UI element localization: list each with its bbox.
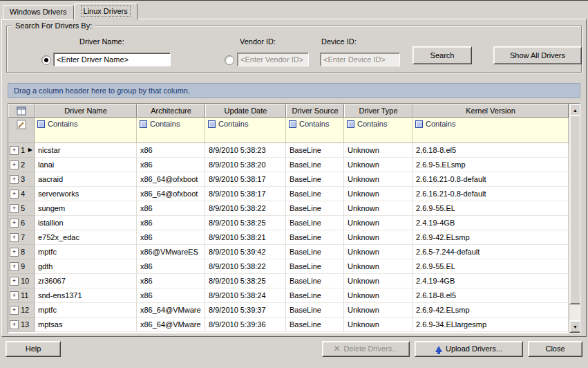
cell-driver-type[interactable]: Unknown: [344, 245, 412, 259]
cell-driver-type[interactable]: Unknown: [344, 172, 412, 187]
driver-name-input[interactable]: [53, 53, 171, 66]
cell-driver-type[interactable]: Unknown: [344, 303, 412, 318]
row-gutter[interactable]: +13: [8, 318, 35, 332]
row-gutter[interactable]: +7: [8, 230, 35, 245]
expand-icon[interactable]: +: [10, 160, 19, 169]
cell-driver-source[interactable]: BaseLine: [286, 216, 344, 230]
close-button[interactable]: Close: [528, 341, 582, 357]
table-row[interactable]: +7e752x_edacx868/9/2010 5:38:21BaseLineU…: [8, 230, 569, 245]
cell-kernel-version[interactable]: 2.6.18-8.el5: [412, 143, 569, 158]
cell-kernel-version[interactable]: 2.6.9-42.ELsmp: [412, 230, 569, 245]
cell-update-date[interactable]: 8/9/2010 5:39:42: [205, 245, 286, 259]
column-header-driver-name[interactable]: Driver Name: [35, 104, 137, 118]
cell-driver-source[interactable]: BaseLine: [286, 172, 344, 187]
table-row[interactable]: +10zr36067x868/9/2010 5:38:25BaseLineUnk…: [8, 274, 569, 288]
expand-icon[interactable]: +: [10, 204, 19, 213]
cell-kernel-version[interactable]: 2.6.9-55.EL: [412, 259, 569, 274]
cell-architecture[interactable]: x86: [137, 216, 205, 230]
cell-driver-name[interactable]: mptsas: [35, 318, 137, 332]
cell-architecture[interactable]: x86: [137, 201, 205, 216]
column-header-kernel-version[interactable]: Kernel Version: [412, 104, 569, 118]
cell-update-date[interactable]: 8/9/2010 5:38:22: [205, 259, 286, 274]
expand-icon[interactable]: +: [10, 320, 19, 329]
cell-driver-type[interactable]: Unknown: [344, 274, 412, 288]
cell-driver-type[interactable]: Unknown: [344, 318, 412, 332]
cell-architecture[interactable]: x86: [137, 143, 205, 158]
table-row[interactable]: +9gdthx868/9/2010 5:38:22BaseLineUnknown…: [8, 259, 569, 274]
cell-driver-source[interactable]: BaseLine: [286, 158, 344, 172]
cell-driver-source[interactable]: BaseLine: [286, 318, 344, 332]
cell-driver-type[interactable]: Unknown: [344, 158, 412, 172]
cell-update-date[interactable]: 8/9/2010 5:39:37: [205, 303, 286, 318]
cell-update-date[interactable]: 8/9/2010 5:38:25: [205, 216, 286, 230]
cell-driver-source[interactable]: BaseLine: [286, 245, 344, 259]
row-gutter[interactable]: +6: [8, 216, 35, 230]
cell-driver-name[interactable]: nicstar: [35, 143, 137, 158]
row-gutter[interactable]: +1▶: [8, 143, 35, 158]
cell-driver-name[interactable]: snd-ens1371: [35, 288, 137, 303]
vendor-id-radio[interactable]: [225, 55, 234, 65]
cell-driver-source[interactable]: BaseLine: [286, 274, 344, 288]
cell-kernel-version[interactable]: 2.6.16.21-0.8-default: [412, 172, 569, 187]
group-by-panel[interactable]: Drag a column header here to group by th…: [8, 83, 580, 98]
cell-driver-source[interactable]: BaseLine: [286, 187, 344, 201]
filter-cell-architecture[interactable]: Contains: [137, 118, 205, 142]
cell-driver-source[interactable]: BaseLine: [286, 303, 344, 318]
cell-kernel-version[interactable]: 2.6.18-8.el5: [412, 288, 569, 303]
column-header-driver-type[interactable]: Driver Type: [344, 104, 412, 118]
cell-update-date[interactable]: 8/9/2010 5:38:25: [205, 274, 286, 288]
expand-icon[interactable]: +: [10, 248, 19, 257]
row-gutter[interactable]: +9: [8, 259, 35, 274]
row-gutter[interactable]: +11: [8, 288, 35, 303]
expand-icon[interactable]: +: [10, 219, 19, 228]
expand-icon[interactable]: +: [10, 291, 19, 300]
cell-architecture[interactable]: x86_64@ofxboot: [137, 172, 205, 187]
help-button[interactable]: Help: [6, 341, 61, 357]
tab-linux-drivers[interactable]: Linux Drivers: [74, 3, 137, 20]
filter-condition-icon[interactable]: [415, 120, 423, 128]
table-row[interactable]: +11snd-ens1371x868/9/2010 5:38:24BaseLin…: [8, 288, 569, 303]
row-gutter[interactable]: +12: [8, 303, 35, 318]
cell-kernel-version[interactable]: 2.4.19-4GB: [412, 216, 569, 230]
row-gutter[interactable]: +3: [8, 172, 35, 187]
cell-driver-type[interactable]: Unknown: [344, 259, 412, 274]
cell-driver-type[interactable]: Unknown: [344, 288, 412, 303]
table-row[interactable]: +8mptfcx86@VMwareES8/9/2010 5:39:42BaseL…: [8, 245, 569, 259]
cell-kernel-version[interactable]: 2.6.5-7.244-default: [412, 245, 569, 259]
cell-update-date[interactable]: 8/9/2010 5:38:22: [205, 201, 286, 216]
cell-update-date[interactable]: 8/9/2010 5:38:24: [205, 288, 286, 303]
cell-architecture[interactable]: x86: [137, 230, 205, 245]
cell-driver-name[interactable]: e752x_edac: [35, 230, 137, 245]
cell-kernel-version[interactable]: 2.4.19-4GB: [412, 274, 569, 288]
cell-architecture[interactable]: x86@VMwareES: [137, 245, 205, 259]
column-header-driver-source[interactable]: Driver Source: [286, 104, 344, 118]
row-gutter[interactable]: +4: [8, 187, 35, 201]
cell-driver-name[interactable]: gdth: [35, 259, 137, 274]
row-gutter[interactable]: +10: [8, 274, 35, 288]
filter-cell-driver-name[interactable]: Contains: [35, 118, 137, 142]
expand-icon[interactable]: +: [10, 262, 19, 271]
cell-architecture[interactable]: x86_64@VMware: [137, 303, 205, 318]
expand-icon[interactable]: +: [10, 277, 19, 286]
cell-architecture[interactable]: x86: [137, 288, 205, 303]
cell-driver-name[interactable]: zr36067: [35, 274, 137, 288]
filter-cell-kernel-version[interactable]: Contains: [412, 118, 569, 142]
cell-update-date[interactable]: 8/9/2010 5:38:23: [205, 143, 286, 158]
cell-architecture[interactable]: x86: [137, 259, 205, 274]
table-row[interactable]: +3aacraidx86_64@ofxboot8/9/2010 5:38:17B…: [8, 172, 569, 187]
expand-icon[interactable]: +: [10, 306, 19, 315]
cell-driver-source[interactable]: BaseLine: [286, 230, 344, 245]
table-row[interactable]: +2lanaix868/9/2010 5:38:20BaseLineUnknow…: [8, 158, 569, 172]
cell-update-date[interactable]: 8/9/2010 5:38:17: [205, 187, 286, 201]
table-row[interactable]: +6istallionx868/9/2010 5:38:25BaseLineUn…: [8, 216, 569, 230]
expand-icon[interactable]: +: [10, 175, 19, 184]
cell-driver-name[interactable]: aacraid: [35, 172, 137, 187]
cell-kernel-version[interactable]: 2.6.9-34.ELlargesmp: [412, 318, 569, 332]
cell-driver-source[interactable]: BaseLine: [286, 201, 344, 216]
filter-condition-icon[interactable]: [347, 120, 354, 128]
cell-architecture[interactable]: x86_64@ofxboot: [137, 187, 205, 201]
cell-driver-name[interactable]: mptfc: [35, 245, 137, 259]
column-header-update-date[interactable]: Update Date: [205, 104, 286, 118]
filter-condition-icon[interactable]: [37, 120, 45, 128]
filter-condition-icon[interactable]: [208, 120, 216, 128]
